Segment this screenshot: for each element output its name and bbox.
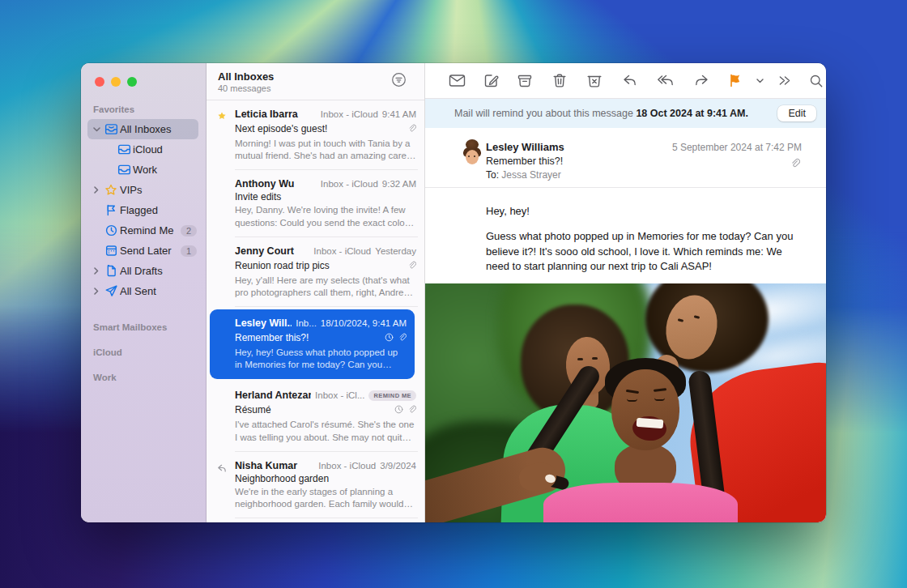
message-row-rigo-1[interactable]: Rigo RangelInbox - iCloud2/9/2024 Las Ve…: [207, 518, 424, 522]
sender: Leticia Ibarra: [235, 109, 317, 120]
sidebar: Favorites All Inboxes iCloud Work VIPs: [81, 63, 207, 522]
message-recipient-line: To: Jessa Strayer: [486, 169, 802, 181]
badge-count: 1: [181, 245, 197, 257]
paperclip-icon: [790, 157, 800, 172]
message-row-leticia[interactable]: Leticia IbarraInbox - iCloud9:41 AM Next…: [207, 100, 424, 170]
sender: Jenny Court: [235, 245, 309, 257]
message-row-jenny[interactable]: Jenny CourtInbox - iCloudYesterday Reuni…: [207, 237, 424, 307]
paperclip-icon: [398, 330, 407, 345]
inbox-icon: [115, 164, 133, 176]
photo-attachment[interactable]: [425, 283, 826, 522]
sidebar-item-label: All Inboxes: [120, 123, 198, 135]
sender: Nisha Kumar: [235, 460, 314, 471]
zoom-button[interactable]: [127, 77, 137, 87]
subject: Next episode's guest!: [235, 123, 407, 134]
edit-button[interactable]: Edit: [777, 105, 816, 121]
time: 9:32 AM: [382, 179, 416, 189]
preview: I've attached Carol's résumé. She's the …: [235, 419, 416, 443]
icloud-section-label[interactable]: iCloud: [81, 347, 206, 357]
sidebar-item-vips[interactable]: VIPs: [87, 180, 198, 200]
inbox-stack-icon: [102, 123, 120, 135]
chevron-right-icon[interactable]: [91, 288, 102, 295]
front-person-pink-shirt: [543, 483, 738, 522]
desktop-background: Favorites All Inboxes iCloud Work VIPs: [0, 0, 907, 588]
avatar-face: [466, 150, 479, 164]
sidebar-item-label: Remind Me: [120, 224, 181, 236]
sidebar-item-work-inbox[interactable]: Work: [87, 160, 198, 180]
person-left-eye: [592, 357, 598, 360]
junk-button[interactable]: [577, 69, 611, 93]
chevron-right-icon[interactable]: [91, 267, 102, 275]
forward-button[interactable]: [685, 69, 718, 93]
clock-icon: [102, 224, 120, 236]
sidebar-item-label: All Sent: [120, 285, 198, 297]
document-icon: [102, 265, 120, 277]
clock-icon: [394, 403, 403, 417]
sidebar-item-label: iCloud: [133, 143, 198, 156]
work-section-label[interactable]: Work: [81, 373, 206, 382]
time: 3/9/2024: [380, 461, 416, 471]
reply-arrow-icon: [217, 462, 227, 476]
flag-chevron-icon[interactable]: [752, 69, 769, 93]
search-button[interactable]: [800, 69, 826, 93]
time: 18/10/2024, 9:41 AM: [321, 318, 407, 328]
sender: Herland Antezana: [235, 390, 311, 401]
message-row-lesley-selected[interactable]: Lesley Will...Inb...18/10/2024, 9:41 AM …: [210, 309, 415, 379]
recipient[interactable]: Jessa Strayer: [501, 169, 560, 181]
flag-button[interactable]: [720, 69, 752, 93]
message-list: All Inboxes 40 messages Leticia IbarraIn…: [207, 63, 425, 522]
get-mail-button[interactable]: [440, 69, 475, 93]
mailbox: Inb...: [296, 318, 317, 328]
mailbox: Inbox - iCloud: [321, 109, 378, 119]
reply-all-button[interactable]: [648, 69, 683, 93]
sidebar-item-all-drafts[interactable]: All Drafts: [87, 261, 198, 281]
compose-button[interactable]: [475, 69, 508, 93]
message-body: Hey, hey! Guess what photo popped up in …: [425, 188, 826, 283]
close-button[interactable]: [95, 77, 104, 87]
clock-icon: [385, 330, 394, 345]
avatar-eye: [468, 156, 470, 157]
subject: Reunion road trip pics: [235, 260, 407, 271]
calendar-icon: [102, 245, 120, 257]
window-controls: [81, 63, 206, 87]
mail-window: Favorites All Inboxes iCloud Work VIPs: [81, 63, 826, 522]
mailbox: Inbox - iCl...: [315, 390, 364, 400]
remind-me-badge: REMIND ME: [368, 390, 416, 401]
message-row-herland[interactable]: Herland AntezanaInbox - iCl...REMIND ME …: [207, 381, 424, 451]
message-row-anthony[interactable]: Anthony WuInbox - iCloud9:32 AM Invite e…: [207, 170, 424, 236]
message-pane: Mail will remind you about this message …: [425, 63, 826, 522]
preview: Hey, y'all! Here are my selects (that's …: [235, 275, 416, 299]
trash-button[interactable]: [543, 69, 576, 93]
reminder-datetime: 18 Oct 2024 at 9:41 AM.: [636, 108, 748, 119]
reminder-banner: Mail will remind you about this message …: [425, 99, 826, 128]
front-person-eye: [654, 398, 665, 401]
subject: Invite edits: [235, 191, 416, 202]
reminder-text: Mail will remind you about this message …: [454, 108, 748, 119]
message-subject: Remember this?!: [486, 156, 802, 167]
sidebar-item-label: Work: [133, 164, 198, 176]
sidebar-item-label: VIPs: [120, 184, 198, 196]
badge-count: 2: [181, 225, 197, 236]
time: Yesterday: [375, 246, 416, 256]
reply-button[interactable]: [613, 69, 646, 93]
message-row-nisha[interactable]: Nisha KumarInbox - iCloud3/9/2024 Neighb…: [207, 452, 424, 518]
sidebar-item-all-inboxes[interactable]: All Inboxes: [87, 119, 198, 139]
sidebar-item-remind-me[interactable]: Remind Me 2: [87, 220, 198, 241]
archive-button[interactable]: [508, 69, 542, 93]
front-person-teeth: [637, 418, 664, 428]
more-toolbar-items-button[interactable]: [769, 69, 800, 93]
to-label: To:: [486, 169, 499, 181]
chevron-right-icon[interactable]: [91, 186, 102, 194]
sidebar-item-send-later[interactable]: Send Later 1: [87, 241, 198, 261]
sidebar-item-all-sent[interactable]: All Sent: [87, 281, 198, 301]
avatar[interactable]: [460, 141, 484, 165]
minimize-button[interactable]: [111, 77, 121, 87]
filter-circle-icon[interactable]: [391, 72, 407, 91]
sidebar-item-icloud-inbox[interactable]: iCloud: [87, 139, 198, 160]
sidebar-item-flagged[interactable]: Flagged: [87, 200, 198, 220]
person-left-eye: [577, 358, 583, 360]
toolbar: [425, 63, 826, 99]
chevron-down-icon[interactable]: [91, 127, 102, 132]
smart-mailboxes-section-label[interactable]: Smart Mailboxes: [81, 322, 206, 332]
mailbox: Inbox - iCloud: [321, 179, 378, 189]
